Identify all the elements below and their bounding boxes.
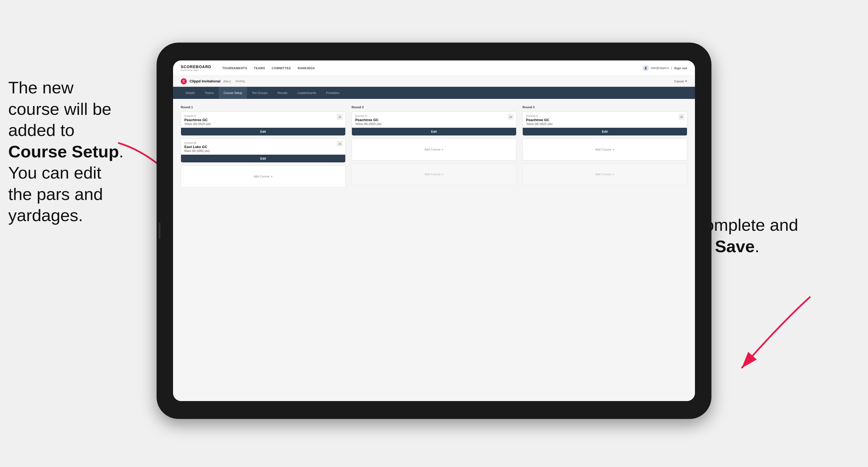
round-2-course-a-card: (Course A) Peachtree GC Yellow (M) (6629… xyxy=(351,112,517,136)
round-1-course-a-edit-btn[interactable]: Edit xyxy=(181,128,345,135)
round-3-course-a-tee: Yellow (M) (6629 yds) xyxy=(526,123,684,126)
user-avatar: 👤 xyxy=(643,65,649,71)
round-1-add-course-btn[interactable]: Add Course + xyxy=(181,165,346,187)
round-3-course-a-card: (Course A) Peachtree GC Yellow (M) (6629… xyxy=(522,112,687,136)
content-area: Round 1 (Course A) Peachtree GC Yellow (… xyxy=(173,99,695,401)
annotation-right: Complete and hit Save. xyxy=(692,214,824,257)
round-1-course-b-tee: Black (M) (6891 yds) xyxy=(184,150,342,152)
nav-rankings[interactable]: RANKINGS xyxy=(298,66,315,70)
nav-tournaments[interactable]: TOURNAMENTS xyxy=(222,66,247,70)
nav-right: 👤 blair@clippd.io | Sign out xyxy=(643,65,687,71)
round-2-course-a-icon-btn[interactable]: ⊟ xyxy=(508,114,514,120)
tab-details[interactable]: Details xyxy=(181,87,200,99)
separator: | xyxy=(671,66,672,69)
scoreboard-logo: SCOREBOARD Powered by clippd xyxy=(181,65,211,71)
round-3-add-course-btn[interactable]: Add Course + xyxy=(522,138,687,160)
nav-links: TOURNAMENTS TEAMS COMMITTEE RANKINGS xyxy=(222,66,634,70)
round-1-course-b-name: East Lake GC xyxy=(184,145,342,149)
tournament-name-row: C Clippd Invitational (Men) Hosting xyxy=(181,78,245,84)
logo-title: SCOREBOARD xyxy=(181,65,211,69)
round-3-column: Round 3 (Course A) Peachtree GC Yellow (… xyxy=(522,105,687,395)
tabs-bar: Details Teams Course Setup Tee Groups Re… xyxy=(173,87,695,99)
arrow-right-icon xyxy=(725,291,824,379)
round-1-course-b-label: (Course B) xyxy=(184,142,342,144)
round-1-course-b-card: (Course B) East Lake GC Black (M) (6891 … xyxy=(181,138,346,163)
round-2-course-a-label: (Course A) xyxy=(355,115,513,117)
round-3-course-a-name: Peachtree GC xyxy=(526,118,684,122)
top-nav: SCOREBOARD Powered by clippd TOURNAMENTS… xyxy=(173,60,695,76)
round-1-course-a-card: (Course A) Peachtree GC Yellow (M) (6629… xyxy=(181,112,346,136)
tab-tee-groups[interactable]: Tee Groups xyxy=(247,87,273,99)
tab-course-setup[interactable]: Course Setup xyxy=(219,87,247,99)
cancel-button[interactable]: Cancel ✕ xyxy=(674,80,687,83)
round-1-course-b-inner: (Course B) East Lake GC Black (M) (6891 … xyxy=(181,139,345,152)
round-2-course-a-tee: Yellow (M) (6629 yds) xyxy=(355,123,513,126)
user-email: blair@clippd.io xyxy=(651,66,669,69)
tablet-device: SCOREBOARD Powered by clippd TOURNAMENTS… xyxy=(157,42,711,419)
round-1-course-a-name: Peachtree GC xyxy=(184,118,342,122)
c-logo: C xyxy=(181,78,187,84)
round-3-course-a-edit-btn[interactable]: Edit xyxy=(523,128,687,135)
tournament-gender: (Men) xyxy=(223,80,231,83)
round-1-course-a-inner: (Course A) Peachtree GC Yellow (M) (6629… xyxy=(181,112,345,126)
hosting-badge: Hosting xyxy=(236,80,245,83)
tournament-title: Clippd Invitational xyxy=(189,79,221,83)
round-2-add-course-disabled: Add Course + xyxy=(351,163,517,185)
round-2-add-course-btn[interactable]: Add Course + xyxy=(351,138,517,160)
round-2-course-a-inner: (Course A) Peachtree GC Yellow (M) (6629… xyxy=(352,112,516,126)
tab-teams[interactable]: Teams xyxy=(200,87,219,99)
round-3-label: Round 3 xyxy=(522,105,687,109)
logo-sub: Powered by clippd xyxy=(181,69,211,71)
nav-teams[interactable]: TEAMS xyxy=(254,66,265,70)
round-2-course-a-edit-btn[interactable]: Edit xyxy=(352,128,516,135)
round-1-course-a-label: (Course A) xyxy=(184,115,342,117)
nav-committee[interactable]: COMMITTEE xyxy=(272,66,291,70)
rounds-grid: Round 1 (Course A) Peachtree GC Yellow (… xyxy=(181,105,687,395)
round-1-label: Round 1 xyxy=(181,105,346,109)
round-1-column: Round 1 (Course A) Peachtree GC Yellow (… xyxy=(181,105,346,395)
round-1-course-b-edit-btn[interactable]: Edit xyxy=(181,155,345,162)
round-1-course-a-icon-btn[interactable]: ⊟ xyxy=(337,114,343,120)
tab-results[interactable]: Results xyxy=(273,87,292,99)
round-3-course-a-icon-btn[interactable]: ⊟ xyxy=(679,114,684,120)
round-3-add-course-disabled: Add Course + xyxy=(522,163,687,185)
tournament-bar: C Clippd Invitational (Men) Hosting Canc… xyxy=(173,76,695,87)
tablet-screen: SCOREBOARD Powered by clippd TOURNAMENTS… xyxy=(173,60,695,401)
round-1-course-a-tee: Yellow (M) (6629 yds) xyxy=(184,123,342,126)
sign-out-link[interactable]: Sign out xyxy=(674,66,687,70)
round-3-course-a-label: (Course A) xyxy=(526,115,684,117)
tab-leaderboards[interactable]: Leaderboards xyxy=(292,87,321,99)
round-2-column: Round 2 (Course A) Peachtree GC Yellow (… xyxy=(351,105,517,395)
round-1-course-b-icon-btn[interactable]: ⊟ xyxy=(337,141,343,147)
round-3-course-a-inner: (Course A) Peachtree GC Yellow (M) (6629… xyxy=(523,112,687,126)
round-2-label: Round 2 xyxy=(351,105,517,109)
round-2-course-a-name: Peachtree GC xyxy=(355,118,513,122)
tab-printables[interactable]: Printables xyxy=(321,87,344,99)
